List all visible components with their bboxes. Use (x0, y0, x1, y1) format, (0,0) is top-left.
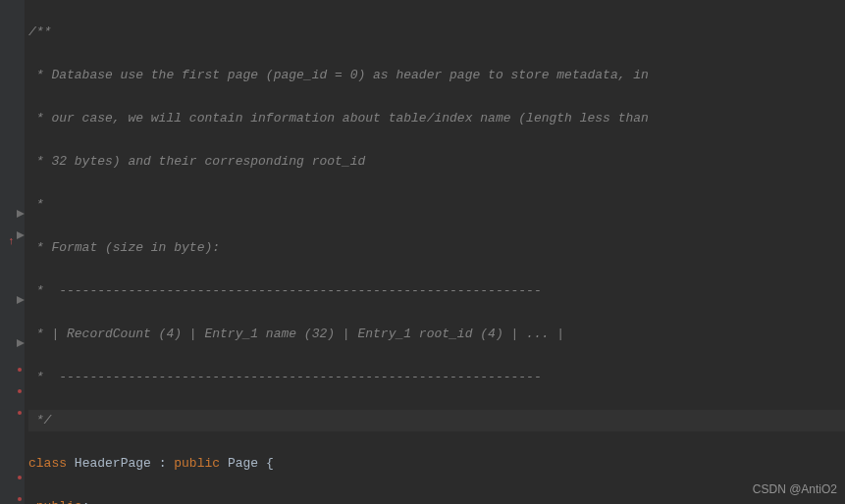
gutter: ↑ (0, 0, 25, 504)
fold-icon[interactable] (17, 210, 25, 218)
code-line: * (28, 194, 845, 216)
code-line: * | RecordCount (4) | Entry_1 name (32) … (28, 324, 845, 345)
breakpoint-icon[interactable] (18, 389, 22, 393)
code-line: class HeaderPage : public Page { (28, 453, 845, 475)
breakpoint-icon[interactable] (18, 368, 22, 372)
code-line: public: (28, 496, 845, 504)
nav-up-icon[interactable]: ↑ (8, 230, 15, 252)
fold-icon[interactable] (17, 296, 25, 304)
code-line: * 32 bytes) and their corresponding root… (28, 151, 845, 173)
code-line: * Format (size in byte): (28, 237, 845, 259)
code-line: * --------------------------------------… (28, 280, 845, 302)
code-line: */ (28, 410, 845, 431)
code-line: * our case, we will contain information … (28, 108, 845, 129)
breakpoint-icon[interactable] (18, 497, 22, 501)
breakpoint-icon[interactable] (18, 476, 22, 479)
fold-icon[interactable] (17, 231, 25, 239)
code-line: /** (28, 22, 845, 43)
fold-icon[interactable] (17, 339, 25, 347)
breakpoint-icon[interactable] (18, 411, 22, 415)
code-line: * --------------------------------------… (28, 367, 845, 388)
code-line: * Database use the first page (page_id =… (28, 65, 845, 86)
code-area[interactable]: /** * Database use the first page (page_… (25, 0, 845, 504)
watermark: CSDN @AntiO2 (753, 479, 837, 500)
